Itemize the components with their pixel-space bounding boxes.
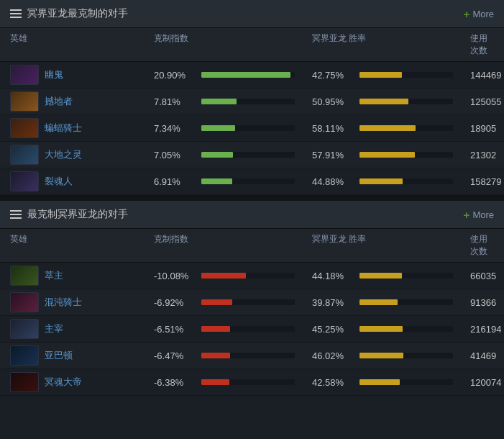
hero-avatar <box>10 319 39 339</box>
winrate-cell: 50.95% <box>312 96 470 107</box>
winrate-bar-container <box>359 72 453 78</box>
winrate-bar-container <box>359 178 453 184</box>
section-counters-top: 冥界亚龙最克制的对手 + More 英雄 克制指数 冥界亚龙 胜率 使用次数 幽… <box>0 0 504 195</box>
winrate-bar <box>359 379 400 385</box>
hero-name[interactable]: 主宰 <box>45 322 63 335</box>
usage-value: 120074 <box>470 377 501 388</box>
index-value: -10.08% <box>154 271 196 281</box>
index-bar <box>201 299 232 305</box>
hero-name[interactable]: 萃主 <box>45 269 63 282</box>
section2-more-label: More <box>472 209 494 220</box>
index-value: -6.38% <box>154 377 196 388</box>
winrate-cell: 58.11% <box>312 123 470 134</box>
index-cell: 7.34% <box>154 123 312 134</box>
index-bar <box>201 178 232 184</box>
index-value: -6.47% <box>154 350 196 361</box>
section1-more-button[interactable]: + More <box>464 8 494 20</box>
hero-avatar <box>10 372 39 392</box>
index-bar <box>201 326 230 332</box>
hero-name[interactable]: 混沌骑士 <box>45 296 82 309</box>
section2-title-group: 最克制冥界亚龙的对手 <box>10 208 128 221</box>
winrate-value: 58.11% <box>312 123 354 134</box>
section2-more-button[interactable]: + More <box>464 209 494 221</box>
table-row: 主宰 -6.51% 45.25% 216194 <box>0 316 504 343</box>
hero-cell: 冥魂大帝 <box>10 372 154 392</box>
section1-title: 冥界亚龙最克制的对手 <box>27 7 128 20</box>
winrate-bar <box>359 72 402 78</box>
table-row: 萃主 -10.08% 44.18% 66035 <box>0 263 504 289</box>
hero-name[interactable]: 裂魂人 <box>45 175 73 188</box>
index-cell: 20.90% <box>154 70 312 81</box>
hero-cell: 亚巴顿 <box>10 345 154 366</box>
index-bar <box>201 353 230 358</box>
index-cell: -6.38% <box>154 377 312 388</box>
usage-value: 66035 <box>470 271 496 281</box>
hero-cell: 撼地者 <box>10 91 154 112</box>
winrate-cell: 45.25% <box>312 324 470 335</box>
winrate-value: 44.88% <box>312 176 354 187</box>
hero-name[interactable]: 冥魂大帝 <box>45 376 82 389</box>
index-bar-container <box>201 125 295 131</box>
index-bar-container <box>201 353 295 358</box>
winrate-bar-container <box>359 152 453 158</box>
hero-name[interactable]: 亚巴顿 <box>45 349 73 362</box>
index-bar <box>201 99 237 104</box>
table-row: 裂魂人 6.91% 44.88% 158279 <box>0 168 504 195</box>
plus-icon2: + <box>464 209 470 221</box>
usage-value: 18905 <box>470 123 496 134</box>
index-cell: -6.92% <box>154 297 312 308</box>
section1-title-group: 冥界亚龙最克制的对手 <box>10 7 128 20</box>
hero-avatar <box>10 118 39 138</box>
winrate-bar <box>359 326 403 332</box>
index-bar <box>201 72 290 78</box>
index-value: 20.90% <box>154 70 196 81</box>
hero-avatar <box>10 345 39 366</box>
section1-header: 冥界亚龙最克制的对手 + More <box>0 0 504 28</box>
index-bar-container <box>201 326 295 332</box>
index-cell: 7.81% <box>154 96 312 107</box>
hero-avatar <box>10 266 39 286</box>
winrate-bar <box>359 152 415 158</box>
col-usage-label: 使用次数 <box>470 32 494 57</box>
usage-value: 41469 <box>470 350 496 361</box>
hero-cell: 幽鬼 <box>10 65 154 85</box>
hero-avatar <box>10 91 39 112</box>
index-cell: 6.91% <box>154 176 312 187</box>
table-row: 冥魂大帝 -6.38% 42.58% 120074 <box>0 369 504 396</box>
index-value: 7.81% <box>154 96 196 107</box>
col-index-label: 克制指数 <box>154 32 312 57</box>
winrate-cell: 44.18% <box>312 271 470 281</box>
winrate-bar-container <box>359 379 453 385</box>
winrate-value: 39.87% <box>312 297 354 308</box>
usage-value: 216194 <box>470 324 501 335</box>
usage-value: 125055 <box>470 96 501 107</box>
index-bar-container <box>201 152 295 158</box>
winrate-cell: 46.02% <box>312 350 470 361</box>
index-bar-container <box>201 379 295 385</box>
table-row: 大地之灵 7.05% 57.91% 21302 <box>0 142 504 168</box>
hero-name[interactable]: 幽鬼 <box>45 68 63 81</box>
section2-header: 最克制冥界亚龙的对手 + More <box>0 201 504 229</box>
winrate-bar-container <box>359 299 453 305</box>
hero-name[interactable]: 撼地者 <box>45 95 73 108</box>
hero-name[interactable]: 大地之灵 <box>45 148 82 161</box>
winrate-bar <box>359 273 402 279</box>
winrate-bar-container <box>359 125 453 131</box>
hero-cell: 主宰 <box>10 319 154 339</box>
index-bar-container <box>201 99 295 104</box>
index-bar <box>201 273 246 279</box>
winrate-value: 44.18% <box>312 271 354 281</box>
index-value: 7.34% <box>154 123 196 134</box>
winrate-bar-container <box>359 353 453 358</box>
section-divider <box>0 195 504 201</box>
winrate-bar-container <box>359 326 453 332</box>
col-winrate-label: 冥界亚龙 胜率 <box>312 32 470 57</box>
hero-name[interactable]: 蝙蝠骑士 <box>45 122 82 135</box>
winrate-bar <box>359 125 416 131</box>
usage-value: 144469 <box>470 70 501 81</box>
winrate-cell: 42.75% <box>312 70 470 81</box>
col-hero-label: 英雄 <box>10 32 154 57</box>
section2-title: 最克制冥界亚龙的对手 <box>27 208 128 221</box>
hero-cell: 蝙蝠骑士 <box>10 118 154 138</box>
index-bar-container <box>201 273 295 279</box>
